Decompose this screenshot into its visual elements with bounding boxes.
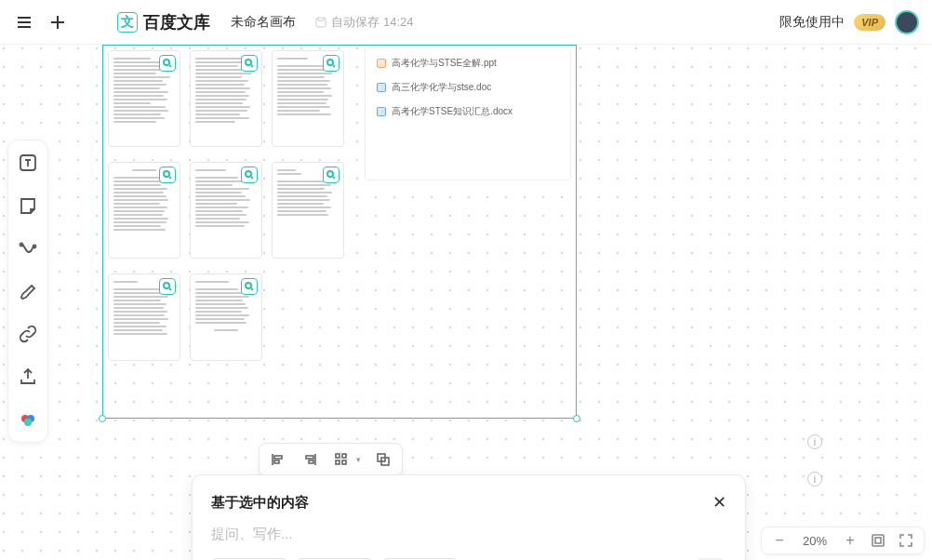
close-button[interactable]: ✕ (712, 492, 726, 513)
link-tool[interactable] (15, 321, 41, 347)
svg-line-17 (333, 177, 335, 179)
logo-icon: 文 (117, 12, 138, 33)
grid-button[interactable] (332, 450, 351, 469)
doc-icon (377, 83, 386, 92)
note-tool[interactable] (15, 193, 41, 219)
svg-rect-40 (872, 535, 884, 546)
svg-point-8 (246, 60, 251, 65)
svg-line-21 (251, 288, 253, 290)
svg-line-9 (251, 65, 253, 67)
connector-tool[interactable] (15, 235, 41, 261)
chevron-down-icon[interactable]: ▾ (356, 455, 361, 464)
svg-line-19 (169, 288, 171, 290)
svg-line-15 (251, 177, 253, 179)
svg-point-18 (164, 283, 169, 288)
svg-rect-27 (309, 460, 313, 463)
selection-handle-bl[interactable] (99, 415, 106, 422)
selection-handle-br[interactable] (573, 415, 580, 422)
fit-screen-button[interactable] (870, 532, 886, 549)
doc-thumbnail[interactable] (190, 50, 262, 147)
svg-point-10 (327, 60, 333, 65)
svg-rect-26 (306, 456, 313, 459)
doc-thumbnail[interactable] (190, 273, 262, 361)
svg-rect-28 (336, 454, 340, 458)
doc-thumbnail[interactable] (108, 50, 180, 147)
zoom-value[interactable]: 20% (799, 534, 831, 548)
magnify-icon[interactable] (323, 167, 340, 183)
magnify-icon[interactable] (241, 278, 258, 295)
file-row[interactable]: 高三化学化学与stse.doc (366, 75, 570, 100)
text-tool[interactable] (15, 150, 41, 176)
app-header: 文 百度文库 未命名画布 自动保存 14:24 限免使用中 VIP (0, 0, 932, 45)
upload-tool[interactable] (15, 364, 41, 390)
file-row[interactable]: 高考化学STSE知识汇总.docx (366, 100, 570, 124)
file-name: 高三化学化学与stse.doc (392, 81, 491, 94)
trial-status: 限免使用中 (779, 14, 845, 31)
align-right-button[interactable] (300, 450, 319, 469)
canvas-area[interactable]: 高考化学与STSE全解.ppt 高三化学化学与stse.doc 高考化学STSE… (0, 45, 932, 560)
svg-point-20 (246, 283, 251, 288)
doc-thumbnail[interactable] (190, 162, 262, 259)
file-name: 高考化学与STSE全解.ppt (392, 57, 497, 70)
autosave-time: 14:24 (383, 15, 414, 29)
svg-rect-29 (342, 454, 346, 458)
align-left-button[interactable] (269, 450, 287, 469)
logo-text: 百度文库 (143, 11, 210, 33)
ppt-icon (377, 59, 386, 68)
canvas-title[interactable]: 未命名画布 (231, 14, 296, 31)
magnify-icon[interactable] (159, 55, 176, 72)
file-name: 高考化学STSE知识汇总.docx (392, 105, 513, 118)
doc-thumbnail[interactable] (108, 273, 180, 361)
group-button[interactable] (374, 450, 393, 469)
info-icon[interactable]: i (807, 472, 822, 487)
info-icon[interactable]: i (807, 434, 822, 449)
svg-line-13 (169, 177, 171, 179)
left-toolbar (7, 140, 48, 443)
file-list-card[interactable]: 高考化学与STSE全解.ppt 高三化学化学与stse.doc 高考化学STSE… (365, 47, 571, 180)
doc-icon (377, 107, 386, 116)
ai-panel-title: 基于选中的内容 (211, 494, 309, 512)
magnify-icon[interactable] (159, 278, 176, 295)
svg-point-6 (164, 60, 169, 65)
svg-line-7 (169, 65, 171, 67)
new-button[interactable] (47, 11, 69, 33)
svg-rect-41 (875, 538, 881, 543)
alignment-toolbar: ▾ (259, 443, 403, 476)
svg-rect-30 (336, 460, 340, 464)
zoom-in-button[interactable]: + (842, 532, 859, 549)
doc-thumbnail[interactable] (108, 162, 180, 259)
svg-point-39 (24, 419, 32, 426)
svg-rect-23 (274, 456, 282, 459)
svg-point-14 (246, 171, 251, 177)
magnify-icon[interactable] (159, 167, 176, 183)
svg-point-12 (164, 171, 169, 177)
menu-button[interactable] (13, 11, 35, 33)
file-row[interactable]: 高考化学与STSE全解.ppt (366, 51, 570, 75)
logo[interactable]: 文 百度文库 (117, 11, 210, 33)
cloud-tool[interactable] (15, 407, 41, 433)
fullscreen-button[interactable] (898, 532, 914, 549)
svg-point-16 (327, 171, 333, 177)
ai-panel: 基于选中的内容 ✕ 智能问答 智能长文 智能PPT (192, 474, 746, 560)
magnify-icon[interactable] (241, 55, 258, 72)
vip-badge[interactable]: VIP (854, 14, 885, 31)
svg-line-11 (333, 65, 335, 67)
autosave-status: 自动保存 14:24 (314, 14, 414, 31)
pen-tool[interactable] (15, 278, 41, 304)
zoom-controls: − 20% + (761, 527, 925, 554)
doc-thumbnail[interactable] (272, 50, 344, 147)
avatar[interactable] (895, 10, 919, 34)
svg-rect-31 (342, 460, 346, 464)
doc-thumbnail[interactable] (272, 162, 344, 259)
magnify-icon[interactable] (241, 167, 258, 183)
autosave-label: 自动保存 (331, 14, 379, 31)
magnify-icon[interactable] (323, 55, 340, 72)
svg-rect-24 (274, 460, 279, 463)
zoom-out-button[interactable]: − (771, 532, 788, 549)
ai-prompt-input[interactable] (211, 526, 726, 541)
